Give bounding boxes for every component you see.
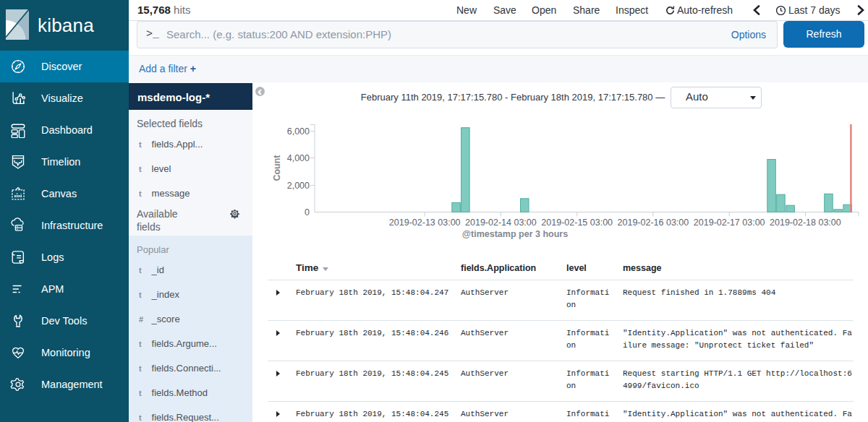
svg-text:2019-02-16 03:00: 2019-02-16 03:00 [618, 218, 689, 228]
svg-text:0: 0 [305, 207, 310, 218]
svg-text:2,000: 2,000 [287, 181, 310, 191]
svg-text:6,000: 6,000 [287, 126, 310, 137]
svg-text:2019-02-18 03:00: 2019-02-18 03:00 [770, 218, 841, 228]
svg-text:4,000: 4,000 [287, 153, 310, 163]
svg-text:Count: Count [272, 155, 282, 181]
svg-text:2019-02-14 03:00: 2019-02-14 03:00 [465, 218, 537, 228]
svg-text:@timestamp per 3 hours: @timestamp per 3 hours [462, 229, 568, 239]
svg-text:2019-02-13 03:00: 2019-02-13 03:00 [389, 218, 461, 228]
svg-text:2019-02-17 03:00: 2019-02-17 03:00 [694, 218, 765, 228]
svg-text:2019-02-15 03:00: 2019-02-15 03:00 [541, 218, 613, 228]
